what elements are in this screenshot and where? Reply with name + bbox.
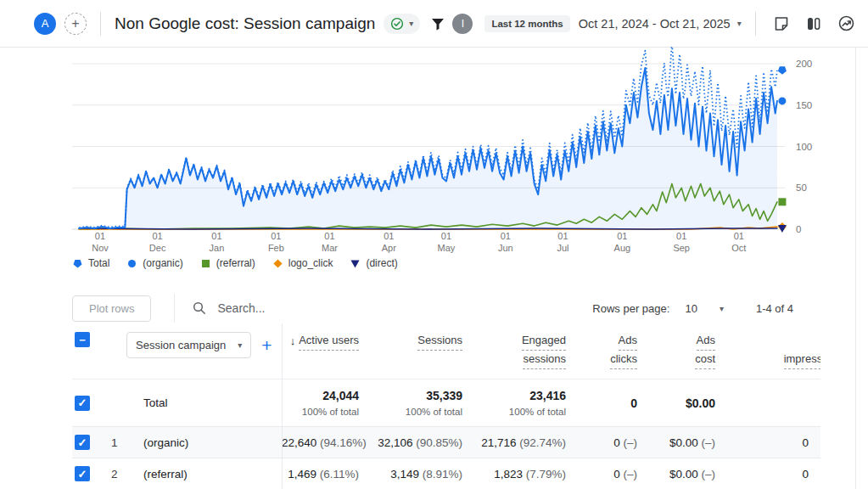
svg-text:Jan: Jan [210, 243, 225, 253]
search-input[interactable] [217, 301, 404, 315]
table-row[interactable]: ✓1(organic)22,640 (94.16%)32,106 (90.85%… [72, 427, 820, 458]
total-label: Total [143, 396, 168, 409]
dimension-select-label: Session campaign [136, 339, 226, 351]
svg-text:200: 200 [796, 59, 812, 69]
legend-item[interactable]: Total [72, 257, 109, 269]
diamond-icon [272, 258, 283, 269]
status-pill[interactable]: ▾ [384, 14, 420, 34]
column-header-ads-impressions[interactable]: Adsimpressions [727, 332, 820, 369]
metric-cell: 3,149 (8.91%) [371, 468, 474, 481]
collaborator-avatar[interactable]: I [452, 14, 473, 34]
chart-legend: Total(organic)(referral)logo_click(direc… [72, 257, 398, 269]
metric-value: 22,640 [282, 436, 316, 449]
total-subtext: 100% of total [474, 407, 566, 417]
total-metric-cell: 0 [578, 396, 649, 410]
dimension-value: (organic) [143, 436, 188, 449]
column-header-ads-clicks[interactable]: Adsclicks [578, 332, 649, 369]
svg-text:May: May [438, 243, 456, 253]
sort-wrap: ↓Active users [290, 332, 359, 351]
time-series-chart[interactable]: 05010015020001Nov01Dec01Jan01Feb01Mar01A… [0, 47, 868, 259]
row-checkbox[interactable]: ✓ [75, 466, 90, 481]
legend-label: (direct) [366, 257, 397, 269]
legend-item[interactable]: (referral) [200, 257, 255, 269]
divider [755, 12, 756, 36]
search-icon [192, 301, 207, 316]
total-subtext: 100% of total [282, 407, 359, 417]
filter-icon[interactable] [427, 13, 449, 35]
svg-text:0: 0 [796, 224, 801, 234]
row-checkbox[interactable]: ✓ [75, 396, 90, 411]
svg-text:Feb: Feb [268, 243, 284, 253]
rows-per-page-value[interactable]: 10 [685, 302, 697, 315]
table-row[interactable]: ✓2(referral)1,469 (6.11%)3,149 (8.91%)1,… [72, 458, 820, 489]
legend-label: logo_click [288, 257, 333, 269]
date-preset-chip: Last 12 months [484, 15, 569, 32]
metric-cell: $0.00 (–) [649, 468, 727, 481]
metric-percent: (92.74%) [516, 436, 566, 449]
legend-label: (referral) [216, 257, 255, 269]
circle-icon [126, 258, 137, 269]
column-header-active-users[interactable]: ↓Active users [282, 332, 371, 351]
divider [100, 12, 101, 36]
total-subtext: 100% of total [371, 407, 462, 417]
pagination: Rows per page: 10 ▾ 1-4 of 4 [592, 302, 793, 315]
metric-percent: (–) [698, 468, 715, 481]
legend-item[interactable]: (direct) [350, 257, 397, 269]
metric-cell: 1,823 (7.79%) [474, 468, 578, 481]
svg-text:Sep: Sep [673, 243, 690, 253]
metric-percent: (–) [698, 436, 715, 449]
dimension-select[interactable]: Session campaign▾ [126, 332, 251, 358]
total-value: 23,416 [474, 389, 566, 402]
metric-percent: (–) [620, 468, 637, 481]
metric-cell: 21,716 (92.74%) [474, 436, 578, 449]
notes-icon[interactable] [770, 12, 793, 36]
column-header-engaged-sessions[interactable]: Engagedsessions [474, 332, 578, 369]
select-all-checkbox[interactable]: − [75, 332, 90, 347]
svg-text:01: 01 [384, 231, 394, 241]
total-value: 24,044 [282, 389, 359, 402]
metric-value: 3,149 [390, 468, 419, 481]
avatar[interactable]: A [34, 13, 56, 35]
row-checkbox-cell: ✓ [72, 435, 106, 450]
column-label: Ads [697, 332, 715, 351]
total-value: 35,339 [371, 389, 462, 402]
metric-percent: (–) [620, 436, 637, 449]
metric-cell: 1,469 (6.11%) [282, 468, 371, 481]
date-range-selector[interactable]: Oct 21, 2024 - Oct 21, 2025 ▾ [579, 17, 742, 31]
legend-item[interactable]: (organic) [126, 257, 182, 269]
plot-rows-button[interactable]: Plot rows [72, 295, 151, 322]
add-tab-button[interactable]: + [64, 13, 87, 35]
metric-percent: (6.11%) [316, 468, 359, 481]
metric-value: 0 [802, 468, 809, 481]
dimension-header: Session campaign▾+ [106, 332, 282, 358]
dimension-value: (referral) [143, 468, 188, 481]
table-header-row: −Session campaign▾+↓Active usersSessions… [72, 323, 820, 379]
row-checkbox[interactable]: ✓ [75, 435, 90, 450]
triangle-down-icon [350, 258, 361, 269]
svg-text:Apr: Apr [382, 243, 396, 253]
column-header-ads-cost[interactable]: Adscost [649, 332, 727, 369]
metric-value: 32,106 [378, 436, 412, 449]
svg-text:01: 01 [501, 231, 511, 241]
check-circle-icon [390, 17, 404, 31]
column-header-sessions[interactable]: Sessions [371, 332, 474, 351]
row-rank: 2 [111, 468, 125, 481]
column-label: Ads [619, 332, 637, 351]
legend-item[interactable]: logo_click [272, 257, 333, 269]
add-dimension-button[interactable]: + [261, 336, 272, 354]
chevron-down-icon[interactable]: ▾ [720, 304, 724, 313]
svg-text:50: 50 [796, 183, 807, 193]
svg-text:Nov: Nov [92, 243, 109, 253]
svg-text:01: 01 [441, 231, 451, 241]
legend-label: (organic) [143, 257, 182, 269]
total-label-cell: Total [106, 396, 282, 409]
svg-text:01: 01 [95, 231, 105, 241]
total-value: 0 [578, 396, 637, 410]
metric-percent: (7.79%) [523, 468, 566, 481]
svg-text:150: 150 [796, 100, 812, 110]
metric-percent: (94.16%) [316, 436, 367, 449]
insights-icon[interactable] [834, 11, 859, 36]
compare-panels-icon[interactable] [802, 12, 826, 36]
column-divider [282, 323, 283, 489]
pentagon-icon [72, 258, 83, 269]
